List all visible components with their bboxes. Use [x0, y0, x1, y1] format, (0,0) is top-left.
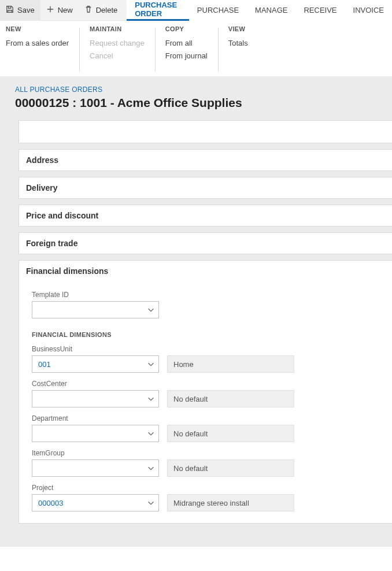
- new-button[interactable]: New: [40, 0, 79, 21]
- ribbon-cancel: Cancel: [90, 50, 145, 62]
- chevron-down-icon: [147, 360, 155, 368]
- department-label: Department: [32, 414, 392, 422]
- chevron-down-icon: [147, 429, 155, 437]
- chevron-down-icon: [147, 499, 155, 507]
- item-group-label: ItemGroup: [32, 449, 392, 457]
- tab-receive[interactable]: RECEIVE: [295, 0, 345, 21]
- save-label: Save: [17, 6, 35, 14]
- project-combo[interactable]: 000003: [32, 494, 159, 511]
- chevron-down-icon: [147, 464, 155, 472]
- ribbon-group-maintain: MAINTAIN Request change Cancel: [79, 25, 155, 62]
- section-header: Address: [19, 150, 392, 170]
- section-foreign-trade[interactable]: Foreign trade: [19, 232, 392, 254]
- cost-center-desc: No default: [167, 390, 294, 407]
- ribbon-request-change: Request change: [90, 37, 145, 50]
- section-header: Financial dimensions: [19, 261, 392, 281]
- ribbon-group-view: VIEW Totals: [218, 25, 258, 62]
- page-title: 00000125 : 1001 - Acme Office Supplies: [15, 96, 392, 110]
- ribbon-from-sales-order[interactable]: From a sales order: [6, 37, 69, 50]
- page-body: ALL PURCHASE ORDERS 00000125 : 1001 - Ac…: [0, 76, 392, 547]
- template-id-label: Template ID: [32, 291, 392, 299]
- chevron-down-icon: [147, 306, 155, 314]
- save-button[interactable]: Save: [0, 0, 40, 21]
- ribbon: NEW From a sales order MAINTAIN Request …: [0, 21, 392, 76]
- business-unit-label: BusinessUnit: [32, 345, 392, 353]
- business-unit-desc: Home: [167, 355, 294, 373]
- section-price-discount[interactable]: Price and discount: [19, 205, 392, 227]
- save-icon: [6, 5, 14, 15]
- item-group-combo[interactable]: [32, 459, 159, 477]
- cost-center-label: CostCenter: [32, 380, 392, 388]
- ribbon-group-copy: COPY From all From journal: [155, 25, 218, 62]
- tab-invoice[interactable]: INVOICE: [345, 0, 392, 21]
- section-header: Price and discount: [19, 205, 392, 226]
- section-financial-dimensions: Financial dimensions Template ID FINANCI…: [19, 260, 392, 524]
- financial-dimensions-subheading: FINANCIAL DIMENSIONS: [32, 331, 392, 338]
- chevron-down-icon: [147, 395, 155, 403]
- trash-icon: [84, 5, 93, 15]
- project-label: Project: [32, 484, 392, 492]
- business-unit-combo[interactable]: 001: [32, 355, 159, 373]
- ribbon-group-title: VIEW: [228, 25, 248, 32]
- ribbon-group-new: NEW From a sales order: [6, 25, 79, 62]
- section-address[interactable]: Address: [19, 149, 392, 171]
- ribbon-group-title: COPY: [165, 25, 208, 32]
- cost-center-combo[interactable]: [32, 390, 159, 407]
- tab-purchase[interactable]: PURCHASE: [189, 0, 247, 21]
- section-header: Foreign trade: [19, 233, 392, 254]
- department-combo[interactable]: [32, 425, 159, 442]
- ribbon-group-title: MAINTAIN: [90, 25, 145, 32]
- project-value: 000003: [38, 499, 63, 507]
- item-group-desc: No default: [167, 459, 294, 477]
- delete-label: Delete: [96, 6, 118, 14]
- department-desc: No default: [167, 425, 294, 442]
- ribbon-from-all[interactable]: From all: [165, 37, 208, 50]
- action-tabs: PURCHASE ORDER PURCHASE MANAGE RECEIVE I…: [127, 0, 392, 21]
- ribbon-group-title: NEW: [6, 25, 69, 32]
- project-desc: Midrange stereo install: [167, 494, 294, 511]
- new-label: New: [58, 6, 73, 14]
- tab-purchase-order[interactable]: PURCHASE ORDER: [127, 0, 189, 21]
- section-blank: [19, 120, 392, 143]
- template-id-combo[interactable]: [32, 301, 159, 318]
- section-header: Delivery: [19, 177, 392, 198]
- plus-icon: [46, 5, 54, 15]
- delete-button[interactable]: Delete: [79, 0, 124, 21]
- ribbon-from-journal[interactable]: From journal: [165, 50, 208, 62]
- business-unit-value: 001: [38, 360, 51, 369]
- ribbon-totals[interactable]: Totals: [228, 37, 248, 50]
- breadcrumb[interactable]: ALL PURCHASE ORDERS: [15, 86, 392, 94]
- tab-manage[interactable]: MANAGE: [247, 0, 295, 21]
- toolbar: Save New Delete PURCHASE ORDER PURCHASE …: [0, 0, 392, 21]
- section-delivery[interactable]: Delivery: [19, 177, 392, 199]
